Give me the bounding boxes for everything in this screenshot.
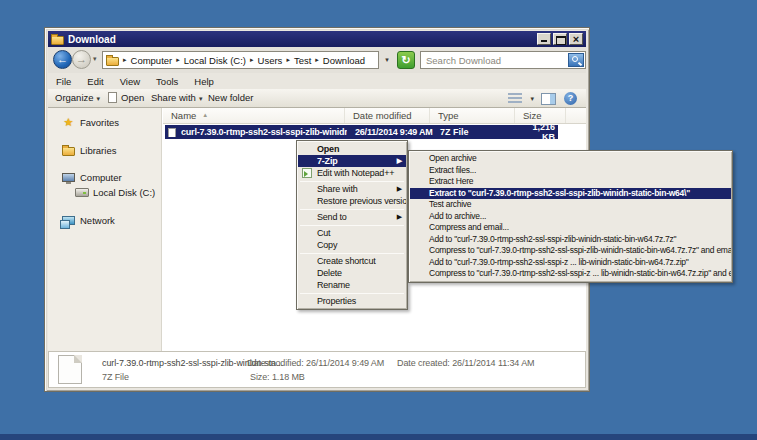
address-row: ← → ▾ ▸ Computer ▸ Local Disk (C:) ▸ Use… bbox=[48, 47, 586, 73]
submenu-item-extract-files[interactable]: Extract files... bbox=[410, 165, 731, 177]
breadcrumb-separator-icon: ▸ bbox=[315, 56, 319, 64]
submenu-item-open-archive[interactable]: Open archive bbox=[410, 153, 731, 165]
sidebar-item-local-disk-c[interactable]: Local Disk (C:) bbox=[48, 185, 161, 200]
menu-tools[interactable]: Tools bbox=[148, 76, 186, 87]
submenu-arrow-icon: ▶ bbox=[397, 183, 402, 195]
submenu-item-add-to-7z[interactable]: Add to "curl-7.39.0-rtmp-ssh2-ssl-sspi-z… bbox=[410, 234, 731, 246]
menu-separator bbox=[300, 225, 404, 226]
breadcrumb-separator-icon: ▸ bbox=[250, 56, 254, 64]
sidebar-item-computer[interactable]: Computer bbox=[48, 170, 161, 185]
context-menu-item-delete[interactable]: Delete bbox=[298, 267, 406, 279]
new-folder-button[interactable]: New folder bbox=[208, 89, 253, 107]
submenu-item-extract-here[interactable]: Extract Here bbox=[410, 176, 731, 188]
submenu-item-test-archive[interactable]: Test archive bbox=[410, 199, 731, 211]
menu-edit[interactable]: Edit bbox=[79, 76, 111, 87]
context-menu-item-7zip[interactable]: 7-Zip▶ bbox=[298, 155, 406, 167]
chevron-down-icon: ▾ bbox=[199, 95, 203, 102]
submenu-item-extract-to[interactable]: Extract to "curl-7.39.0-rtmp-ssh2-ssl-ss… bbox=[410, 188, 731, 200]
details-size-label: Size: bbox=[250, 372, 270, 382]
context-menu-item-share-with[interactable]: Share with▶ bbox=[298, 183, 406, 195]
disk-icon bbox=[75, 188, 89, 197]
open-button[interactable]: Open bbox=[108, 89, 144, 107]
submenu-arrow-icon: ▶ bbox=[397, 211, 402, 223]
sidebar-item-network[interactable]: Network bbox=[48, 213, 161, 228]
context-menu-item-create-shortcut[interactable]: Create shortcut bbox=[298, 255, 406, 267]
submenu-item-add-to-archive[interactable]: Add to archive... bbox=[410, 211, 731, 223]
chevron-down-icon[interactable]: ▾ bbox=[530, 95, 534, 103]
desktop: { "window": { "title": "Download" }, "ad… bbox=[0, 0, 757, 440]
column-name[interactable]: Name▲ bbox=[163, 108, 345, 123]
breadcrumb-separator-icon: ▸ bbox=[123, 56, 127, 64]
menu-file[interactable]: File bbox=[48, 76, 79, 87]
address-folder-icon bbox=[106, 57, 119, 66]
refresh-button[interactable]: ↻ bbox=[397, 51, 415, 69]
file-icon bbox=[168, 128, 176, 137]
breadcrumb-test[interactable]: Test bbox=[294, 55, 311, 66]
navigation-pane: ★ Favorites Libraries Computer Local Dis… bbox=[48, 108, 162, 351]
window-title: Download bbox=[68, 34, 535, 45]
breadcrumb-separator-icon: ▸ bbox=[286, 56, 290, 64]
network-icon bbox=[62, 216, 75, 225]
organize-button[interactable]: Organize▾ bbox=[55, 89, 100, 107]
submenu-item-add-to-zip[interactable]: Add to "curl-7.39.0-rtmp-ssh2-ssl-sspi-z… bbox=[410, 257, 731, 269]
sort-ascending-icon: ▲ bbox=[202, 112, 208, 118]
file-name: curl-7.39.0-rtmp-ssh2-ssl-sspi-zlib-wini… bbox=[181, 127, 347, 137]
folder-icon bbox=[51, 36, 64, 45]
column-date-modified[interactable]: Date modified bbox=[345, 108, 430, 123]
submenu-item-compress-to-zip-and-email[interactable]: Compress to "curl-7.39.0-rtmp-ssh2-ssl-s… bbox=[410, 268, 731, 280]
chevron-down-icon: ▾ bbox=[97, 95, 101, 102]
column-size[interactable]: Size bbox=[515, 108, 566, 123]
search-icon[interactable] bbox=[568, 53, 584, 67]
context-menu-item-cut[interactable]: Cut bbox=[298, 227, 406, 239]
submenu-arrow-icon: ▶ bbox=[397, 155, 402, 167]
breadcrumb-computer[interactable]: Computer bbox=[131, 55, 173, 66]
context-menu-item-edit-with-notepadpp[interactable]: Edit with Notepad++ bbox=[298, 167, 406, 179]
breadcrumb-local-disk[interactable]: Local Disk (C:) bbox=[184, 55, 246, 66]
title-bar[interactable]: Download bbox=[48, 31, 586, 47]
library-icon bbox=[62, 147, 75, 156]
sidebar-item-libraries[interactable]: Libraries bbox=[48, 143, 161, 158]
context-menu-item-copy[interactable]: Copy bbox=[298, 239, 406, 251]
menu-bar: File Edit View Tools Help bbox=[48, 73, 586, 89]
command-toolbar: Organize▾ Open Share with▾ New folder ▾ … bbox=[48, 89, 586, 108]
share-with-button[interactable]: Share with▾ bbox=[151, 89, 202, 107]
menu-view[interactable]: View bbox=[112, 76, 148, 87]
maximize-button[interactable] bbox=[553, 33, 567, 45]
file-row-selected[interactable]: curl-7.39.0-rtmp-ssh2-ssl-sspi-zlib-wini… bbox=[165, 125, 558, 139]
computer-icon bbox=[62, 173, 75, 182]
context-menu: Open 7-Zip▶ Edit with Notepad++ Share wi… bbox=[296, 140, 408, 310]
star-icon: ★ bbox=[64, 117, 74, 128]
breadcrumb-users[interactable]: Users bbox=[258, 55, 283, 66]
menu-help[interactable]: Help bbox=[186, 76, 222, 87]
history-chevron-icon[interactable]: ▾ bbox=[93, 55, 97, 63]
close-button[interactable] bbox=[569, 33, 583, 45]
context-menu-item-open[interactable]: Open bbox=[298, 143, 406, 155]
change-view-icon[interactable] bbox=[508, 93, 522, 104]
file-date-modified: 26/11/2014 9:49 AM bbox=[347, 127, 432, 137]
search-input[interactable]: Search Download bbox=[420, 51, 586, 69]
submenu-item-compress-to-7z-and-email[interactable]: Compress to "curl-7.39.0-rtmp-ssh2-ssl-s… bbox=[410, 245, 731, 257]
submenu-item-compress-and-email[interactable]: Compress and email... bbox=[410, 222, 731, 234]
details-date-created: 26/11/2014 11:34 AM bbox=[452, 358, 534, 368]
help-icon[interactable]: ? bbox=[564, 92, 577, 105]
menu-separator bbox=[300, 253, 404, 254]
forward-button[interactable]: → bbox=[72, 50, 91, 69]
minimize-button[interactable] bbox=[537, 33, 551, 45]
sidebar-item-favorites[interactable]: ★ Favorites bbox=[48, 115, 161, 130]
context-menu-item-restore-previous-versions[interactable]: Restore previous versions bbox=[298, 195, 406, 207]
breadcrumb-download[interactable]: Download bbox=[323, 55, 365, 66]
address-dropdown-icon[interactable]: ▾ bbox=[380, 51, 394, 69]
breadcrumb-separator-icon: ▸ bbox=[176, 56, 180, 64]
address-bar[interactable]: ▸ Computer ▸ Local Disk (C:) ▸ Users ▸ T… bbox=[102, 51, 379, 69]
details-size: 1.18 MB bbox=[272, 372, 305, 382]
context-menu-item-send-to[interactable]: Send to▶ bbox=[298, 211, 406, 223]
context-menu-item-rename[interactable]: Rename bbox=[298, 279, 406, 291]
context-menu-item-properties[interactable]: Properties bbox=[298, 295, 406, 307]
menu-separator bbox=[300, 293, 404, 294]
back-button[interactable]: ← bbox=[53, 50, 72, 69]
search-placeholder: Search Download bbox=[426, 55, 501, 66]
column-type[interactable]: Type bbox=[430, 108, 515, 123]
preview-pane-icon[interactable] bbox=[541, 93, 556, 105]
column-empty bbox=[566, 108, 586, 123]
desktop-bottom-band bbox=[0, 434, 757, 440]
